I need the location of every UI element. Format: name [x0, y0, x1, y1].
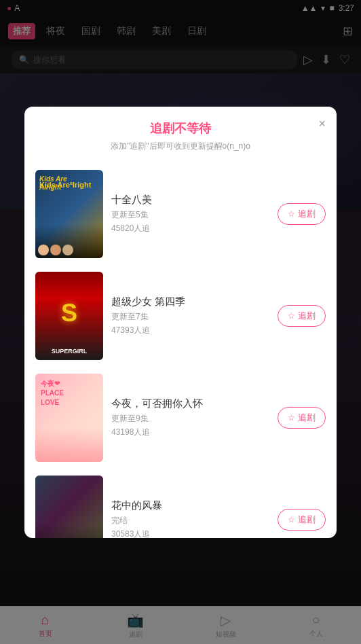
drama-update: 更新至9集: [111, 413, 269, 425]
drama-poster-supergirl: S SUPERGIRL: [35, 272, 103, 360]
follow-modal: 追剧不等待 添加"追剧"后即可收到更新提醒o(n_n)o × Kids AreA…: [24, 107, 337, 538]
drama-name: 十全八美: [111, 194, 269, 207]
drama-fans: 43198人追: [111, 427, 269, 438]
modal-subtitle: 添加"追剧"后即可收到更新提醒o(n_n)o: [38, 141, 323, 152]
follow-button-3[interactable]: ☆ 追剧: [278, 407, 326, 429]
modal-close-button[interactable]: ×: [318, 118, 326, 130]
modal-overlay: 追剧不等待 添加"追剧"后即可收到更新提醒o(n_n)o × Kids AreA…: [0, 0, 361, 644]
drama-item: Kids AreAlright 十全八美 更新至5集 45820人追 ☆ 追剧: [24, 163, 337, 265]
modal-title: 追剧不等待: [38, 120, 323, 137]
follow-button-1[interactable]: ☆ 追剧: [278, 203, 326, 225]
star-icon-2: ☆: [288, 311, 295, 321]
follow-label-1: 追剧: [298, 208, 316, 220]
drama-poster-tonight: 今夜❤PLACELOVE: [35, 374, 103, 462]
drama-update: 更新至7集: [111, 311, 269, 323]
drama-name: 花中的风暴: [111, 499, 269, 512]
follow-button-4[interactable]: ☆ 追剧: [278, 509, 326, 531]
drama-info: 今夜，可否拥你入怀 更新至9集 43198人追: [111, 397, 269, 438]
drama-info: 花中的风暴 完结 30583人追: [111, 499, 269, 538]
drama-fans: 47393人追: [111, 325, 269, 336]
drama-name: 超级少女 第四季: [111, 296, 269, 308]
drama-poster-storm: [35, 476, 103, 538]
star-icon-3: ☆: [288, 413, 295, 423]
drama-fans: 30583人追: [111, 529, 269, 538]
drama-item: 今夜❤PLACELOVE 今夜，可否拥你入怀 更新至9集 43198人追 ☆ 追…: [24, 367, 337, 469]
drama-item: S SUPERGIRL 超级少女 第四季 更新至7集 47393人追 ☆ 追剧: [24, 265, 337, 367]
star-icon-1: ☆: [288, 209, 295, 219]
follow-label-4: 追剧: [298, 514, 316, 526]
follow-button-2[interactable]: ☆ 追剧: [278, 305, 326, 327]
follow-label-2: 追剧: [298, 310, 316, 322]
drama-info: 十全八美 更新至5集 45820人追: [111, 194, 269, 234]
star-icon-4: ☆: [288, 515, 295, 524]
modal-header: 追剧不等待 添加"追剧"后即可收到更新提醒o(n_n)o ×: [24, 107, 337, 158]
follow-label-3: 追剧: [298, 412, 316, 424]
drama-item: 花中的风暴 完结 30583人追 ☆ 追剧: [24, 469, 337, 538]
drama-info: 超级少女 第四季 更新至7集 47393人追: [111, 296, 269, 336]
drama-name: 今夜，可否拥你入怀: [111, 397, 269, 410]
drama-update: 完结: [111, 515, 269, 526]
drama-update: 更新至5集: [111, 209, 269, 221]
drama-poster-kids: Kids AreAlright: [35, 170, 103, 258]
drama-list: Kids AreAlright 十全八美 更新至5集 45820人追 ☆ 追剧: [24, 158, 337, 538]
drama-fans: 45820人追: [111, 223, 269, 234]
